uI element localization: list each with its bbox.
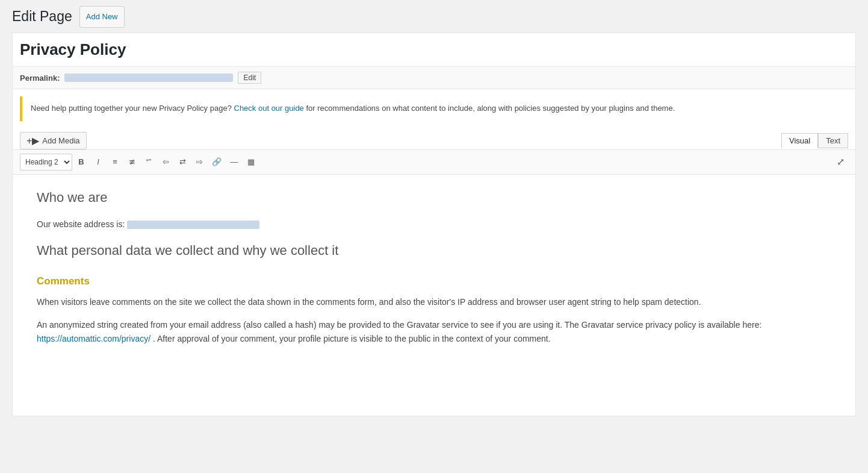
table-button[interactable]: ▦: [243, 154, 259, 171]
add-media-icon: +▶: [26, 135, 39, 146]
add-new-button[interactable]: Add New: [79, 6, 125, 28]
text-tab[interactable]: Text: [818, 133, 848, 148]
ordered-list-button[interactable]: ≢: [124, 154, 140, 171]
horizontal-line-button[interactable]: ―: [226, 154, 242, 171]
editor-top-bar: +▶ Add Media Visual Text: [13, 128, 855, 149]
post-title-area: [13, 33, 855, 67]
page-header: Edit Page Add New: [0, 0, 868, 33]
align-right-button[interactable]: ⇨: [191, 154, 207, 171]
editor-wrap: Permalink: Edit Need help putting togeth…: [12, 33, 856, 416]
notice-link[interactable]: Check out our guide: [234, 104, 304, 113]
bold-button[interactable]: B: [73, 154, 89, 171]
notice-text-before: Need help putting together your new Priv…: [31, 104, 232, 113]
align-center-button[interactable]: ⇄: [175, 154, 190, 171]
permalink-label: Permalink:: [20, 74, 60, 83]
view-tabs: Visual Text: [781, 133, 848, 148]
add-media-label: Add Media: [42, 136, 79, 145]
post-title-input[interactable]: [20, 38, 848, 61]
blockquote-button[interactable]: “”: [141, 154, 157, 171]
privacy-notice: Need help putting together your new Priv…: [20, 96, 848, 121]
section1-text: Our website address is:: [37, 218, 831, 231]
align-left-button[interactable]: ⇦: [158, 154, 173, 171]
section3-heading: Comments: [37, 273, 831, 289]
permalink-row: Permalink: Edit: [13, 67, 855, 89]
permalink-edit-button[interactable]: Edit: [238, 72, 261, 84]
section3-para1: When visitors leave comments on the site…: [37, 295, 831, 309]
unordered-list-button[interactable]: ≡: [107, 154, 123, 171]
notice-text-after: for recommendations on what content to i…: [306, 104, 675, 113]
add-media-button[interactable]: +▶ Add Media: [20, 132, 87, 149]
permalink-url: [64, 74, 233, 82]
editor-content[interactable]: Who we are Our website address is: What …: [13, 175, 855, 416]
section3-para2: An anonymized string created from your e…: [37, 318, 831, 346]
fullscreen-button[interactable]: ⤢: [833, 154, 848, 170]
visual-tab[interactable]: Visual: [781, 133, 818, 148]
heading-select[interactable]: Heading 2 Paragraph Heading 1 Heading 3 …: [20, 154, 72, 171]
gravatar-link[interactable]: https://automattic.com/privacy/: [37, 334, 150, 343]
link-button[interactable]: 🔗: [208, 154, 225, 171]
format-toolbar: Heading 2 Paragraph Heading 1 Heading 3 …: [13, 149, 855, 175]
website-url-blurred: [127, 221, 259, 229]
italic-button[interactable]: I: [90, 154, 106, 171]
page-title: Edit Page: [12, 8, 72, 26]
section1-heading: Who we are: [37, 187, 831, 208]
section2-heading: What personal data we collect and why we…: [37, 240, 831, 261]
